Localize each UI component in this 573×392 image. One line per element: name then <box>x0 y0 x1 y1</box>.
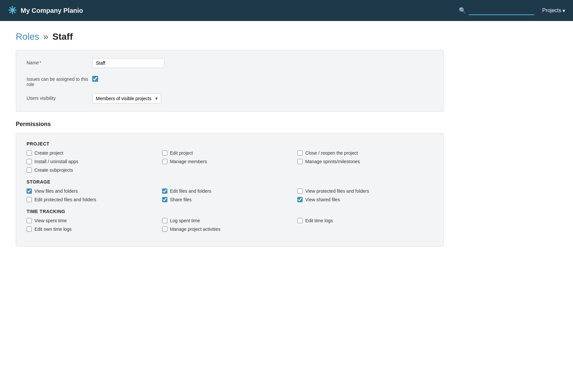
issues-row: Issues can be assigned to this role <box>27 75 433 87</box>
search-area: 🔍 <box>459 6 534 15</box>
perm-view-protected: View protected files and folders <box>297 188 433 194</box>
storage-group-title: STORAGE <box>27 179 433 185</box>
cb-view-protected[interactable] <box>297 188 303 194</box>
perm-manage-activities: Manage project activities <box>162 227 298 232</box>
perm-manage-sprints: Manage sprints/milestones <box>297 159 433 164</box>
perm-view-spent-time: View spent time <box>27 218 162 223</box>
name-row: Name* <box>27 58 433 68</box>
required-indicator: * <box>39 60 41 65</box>
perm-log-spent-time: Log spent time <box>162 218 298 223</box>
perm-label-create-project: Create project <box>34 150 63 156</box>
app-logo: ✳ My Company Planio <box>8 4 459 17</box>
name-label: Name* <box>27 58 92 65</box>
search-icon[interactable]: 🔍 <box>459 7 466 14</box>
perm-label-install-uninstall: Install / uninstall apps <box>34 159 78 164</box>
perm-install-uninstall: Install / uninstall apps <box>27 159 162 164</box>
app-name: My Company Planio <box>21 7 83 14</box>
cb-edit-project[interactable] <box>162 150 167 156</box>
perm-edit-time-logs: Edit time logs <box>297 218 433 223</box>
perm-label-create-subprojects: Create subprojects <box>34 167 73 173</box>
cb-close-reopen[interactable] <box>297 150 303 156</box>
cb-view-spent-time[interactable] <box>27 218 32 223</box>
visibility-select-wrapper: Members of visible projects All active u… <box>92 94 161 103</box>
breadcrumb-current: Staff <box>53 32 73 42</box>
projects-chevron-icon: ▾ <box>562 8 565 14</box>
perm-label-edit-project: Edit project <box>170 150 193 156</box>
header-right: 🔍 Projects ▾ <box>459 6 565 15</box>
cb-log-spent-time[interactable] <box>162 218 167 223</box>
cb-view-files[interactable] <box>27 188 32 194</box>
visibility-label: Users visibility <box>27 94 92 101</box>
issues-checkbox[interactable] <box>92 76 98 82</box>
perm-label-view-spent-time: View spent time <box>34 218 67 223</box>
projects-dropdown[interactable]: Projects ▾ <box>542 8 565 14</box>
breadcrumb-separator: » <box>43 32 49 42</box>
perm-close-reopen: Close / reopen the project <box>297 150 433 156</box>
perm-manage-members: Manage members <box>162 159 298 164</box>
cb-share-files[interactable] <box>162 197 167 202</box>
breadcrumb-roles-link[interactable]: Roles <box>16 32 39 42</box>
cb-manage-members[interactable] <box>162 159 167 164</box>
perm-label-edit-files: Edit files and folders <box>170 188 211 194</box>
cb-manage-sprints[interactable] <box>297 159 303 164</box>
perm-share-files: Share files <box>162 197 298 202</box>
perm-label-share-files: Share files <box>170 197 192 202</box>
perm-label-log-spent-time: Log spent time <box>170 218 200 223</box>
perm-edit-project: Edit project <box>162 150 298 156</box>
perm-create-subprojects: Create subprojects <box>27 167 162 173</box>
perm-label-edit-time-logs: Edit time logs <box>305 218 333 223</box>
name-input[interactable] <box>92 58 164 68</box>
perm-view-shared: View shared files <box>297 197 433 202</box>
issues-label: Issues can be assigned to this role <box>27 75 92 87</box>
project-group-title: PROJECT <box>27 141 433 146</box>
cb-edit-files[interactable] <box>162 188 167 194</box>
role-form-section: Name* Issues can be assigned to this rol… <box>16 50 444 112</box>
cb-create-project[interactable] <box>27 150 32 156</box>
perm-label-view-shared: View shared files <box>305 197 340 202</box>
perm-label-edit-protected: Edit protected files and folders <box>34 197 96 202</box>
projects-label: Projects <box>542 8 561 13</box>
cb-edit-time-logs[interactable] <box>297 218 303 223</box>
time-tracking-group-title: TIME TRACKING <box>27 209 433 214</box>
cb-edit-own-time-logs[interactable] <box>27 227 32 232</box>
project-perm-grid: Create project Edit project Close / reop… <box>27 150 433 173</box>
perm-label-view-protected: View protected files and folders <box>305 188 369 194</box>
perm-label-manage-sprints: Manage sprints/milestones <box>305 159 360 164</box>
storage-perm-grid: View files and folders Edit files and fo… <box>27 188 433 202</box>
perm-label-edit-own-time-logs: Edit own time logs <box>34 227 72 232</box>
perm-edit-protected: Edit protected files and folders <box>27 197 162 202</box>
time-tracking-perm-grid: View spent time Log spent time Edit time… <box>27 218 433 232</box>
cb-view-shared[interactable] <box>297 197 303 202</box>
perm-label-manage-activities: Manage project activities <box>170 227 221 232</box>
perm-label-manage-members: Manage members <box>170 159 207 164</box>
perm-label-view-files: View files and folders <box>34 188 78 194</box>
perm-view-files: View files and folders <box>27 188 162 194</box>
visibility-row: Users visibility Members of visible proj… <box>27 94 433 103</box>
cb-create-subprojects[interactable] <box>27 167 32 173</box>
perm-label-close-reopen: Close / reopen the project <box>305 150 358 156</box>
permissions-box: PROJECT Create project Edit project Clos… <box>16 133 444 247</box>
search-underline <box>469 6 534 15</box>
perm-edit-files: Edit files and folders <box>162 188 298 194</box>
cb-edit-protected[interactable] <box>27 197 32 202</box>
perm-create-project: Create project <box>27 150 162 156</box>
cb-install-uninstall[interactable] <box>27 159 32 164</box>
perm-edit-own-time-logs: Edit own time logs <box>27 227 162 232</box>
main-header: ✳ My Company Planio 🔍 Projects ▾ <box>0 0 573 21</box>
permissions-title: Permissions <box>16 121 444 128</box>
cb-manage-activities[interactable] <box>162 227 167 232</box>
breadcrumb: Roles » Staff <box>16 32 444 42</box>
logo-icon: ✳ <box>8 4 17 17</box>
visibility-select[interactable]: Members of visible projects All active u… <box>92 94 161 103</box>
main-content: Roles » Staff Name* Issues can be assign… <box>0 21 459 257</box>
